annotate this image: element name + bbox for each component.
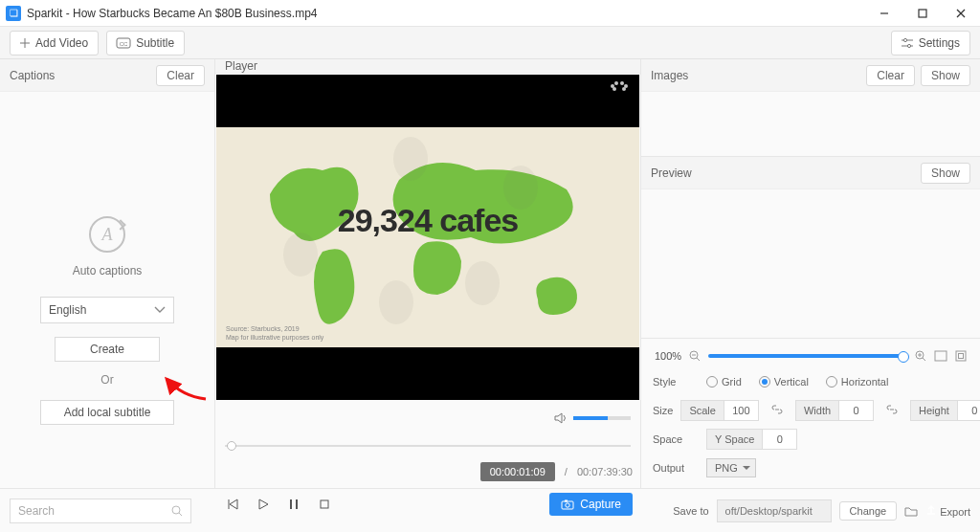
svg-marker-19 (230, 499, 237, 509)
svg-rect-27 (565, 499, 568, 501)
style-label: Style (653, 376, 699, 388)
images-header: Images (651, 69, 860, 82)
right-column: Images Clear Show Preview Show 100% Styl… (641, 59, 980, 488)
or-label: Or (100, 373, 113, 387)
svg-rect-35 (935, 351, 947, 361)
output-format-select[interactable]: PNG (706, 458, 756, 477)
svg-line-32 (923, 358, 925, 361)
svg-point-26 (566, 502, 569, 506)
language-value: English (49, 303, 86, 317)
add-video-label: Add Video (35, 36, 88, 50)
main-toolbar: Add Video CC Subtitle Settings (0, 27, 980, 59)
save-path[interactable]: oft/Desktop/sparkit (717, 499, 832, 522)
images-show-button[interactable]: Show (921, 65, 970, 86)
images-panel: Images Clear Show (641, 59, 980, 157)
svg-rect-37 (959, 354, 964, 359)
create-button[interactable]: Create (55, 337, 160, 362)
preview-panel: Preview Show (641, 157, 980, 339)
yspace-field[interactable]: Y Space0 (706, 429, 797, 450)
camera-icon (561, 499, 574, 510)
duration: 00:07:39:30 (577, 466, 633, 477)
subtitle-button[interactable]: CC Subtitle (106, 31, 185, 55)
images-clear-button[interactable]: Clear (866, 65, 915, 86)
height-field[interactable]: Height0 (910, 400, 980, 421)
svg-point-9 (903, 38, 906, 41)
svg-line-29 (697, 358, 700, 361)
space-label: Space (653, 433, 699, 445)
svg-point-14 (620, 81, 624, 85)
play-button[interactable] (254, 495, 273, 514)
cc-icon: CC (117, 38, 130, 48)
settings-label: Settings (919, 36, 960, 50)
link-icon-2[interactable] (881, 402, 902, 419)
language-select[interactable]: English (40, 297, 174, 323)
capture-button[interactable]: Capture (549, 493, 633, 516)
subtitle-label: Subtitle (136, 36, 174, 50)
size-label: Size (653, 405, 673, 416)
video-source-note: Source: Starbucks, 2019 Map for illustra… (226, 325, 323, 342)
folder-icon[interactable] (904, 505, 918, 517)
actual-size-icon[interactable] (955, 350, 967, 362)
svg-point-11 (907, 44, 910, 47)
zoom-out-icon[interactable] (689, 350, 701, 362)
volume-icon[interactable] (554, 412, 568, 424)
svg-rect-25 (562, 501, 573, 509)
fit-icon[interactable] (934, 350, 947, 362)
preview-show-button[interactable]: Show (921, 163, 970, 184)
zoom-in-icon[interactable] (915, 350, 926, 362)
add-local-subtitle-button[interactable]: Add local subtitle (40, 400, 174, 425)
auto-captions-icon: A (89, 216, 125, 253)
window-title: Sparkit - How Starbucks Became An $80B B… (27, 7, 865, 20)
broadcaster-logo-icon (609, 80, 630, 96)
change-path-button[interactable]: Change (839, 501, 898, 521)
chevron-down-icon (154, 306, 166, 314)
pause-button[interactable] (284, 495, 303, 514)
svg-point-13 (614, 81, 618, 85)
svg-point-16 (612, 87, 616, 91)
close-button[interactable] (942, 0, 980, 27)
output-label: Output (653, 462, 699, 474)
style-grid-radio[interactable]: Grid (706, 376, 742, 388)
width-field[interactable]: Width0 (795, 400, 874, 421)
svg-rect-1 (919, 10, 926, 17)
player-panel: Player (215, 59, 641, 488)
sliders-icon (902, 38, 913, 48)
search-input[interactable]: Search (10, 499, 191, 523)
captions-clear-button[interactable]: Clear (156, 65, 205, 86)
video-frame-caption: 29,324 cafes (216, 201, 639, 238)
title-bar: ❏ Sparkit - How Starbucks Became An $80B… (0, 0, 980, 27)
style-vertical-radio[interactable]: Vertical (759, 376, 809, 388)
prev-frame-button[interactable] (223, 495, 242, 514)
maximize-button[interactable] (903, 0, 942, 27)
svg-marker-18 (555, 413, 562, 423)
preview-header: Preview (651, 166, 915, 180)
scale-field[interactable]: Scale100 (680, 400, 759, 421)
current-time: 00:00:01:09 (480, 462, 555, 481)
svg-line-39 (179, 513, 182, 516)
link-icon[interactable] (767, 402, 788, 419)
zoom-value: 100% (655, 350, 681, 362)
time-separator: / (565, 466, 568, 477)
search-placeholder: Search (18, 504, 55, 518)
style-horizontal-radio[interactable]: Horizontal (826, 376, 889, 388)
add-video-button[interactable]: Add Video (10, 31, 99, 55)
search-icon (171, 505, 183, 517)
svg-rect-24 (321, 500, 328, 508)
captions-panel: Captions Clear A Auto captions English C… (0, 59, 215, 488)
export-button[interactable]: Export (925, 504, 970, 518)
zoom-slider[interactable] (708, 354, 907, 358)
svg-rect-36 (956, 351, 966, 361)
auto-captions-label: Auto captions (73, 264, 143, 277)
plus-icon (20, 38, 30, 48)
seek-slider[interactable] (225, 437, 631, 454)
properties-panel: 100% Style Grid Vertical Horizontal Size… (641, 339, 980, 488)
captions-header: Captions (10, 69, 150, 82)
minimize-button[interactable] (865, 0, 903, 27)
stop-button[interactable] (315, 495, 334, 514)
video-frame: 29,324 cafes Source: Starbucks, 2019 Map… (216, 127, 639, 347)
export-icon (925, 504, 937, 516)
save-to-label: Save to (673, 505, 708, 517)
video-viewport[interactable]: 29,324 cafes Source: Starbucks, 2019 Map… (216, 75, 639, 400)
settings-button[interactable]: Settings (891, 31, 970, 55)
volume-slider[interactable] (573, 416, 631, 420)
